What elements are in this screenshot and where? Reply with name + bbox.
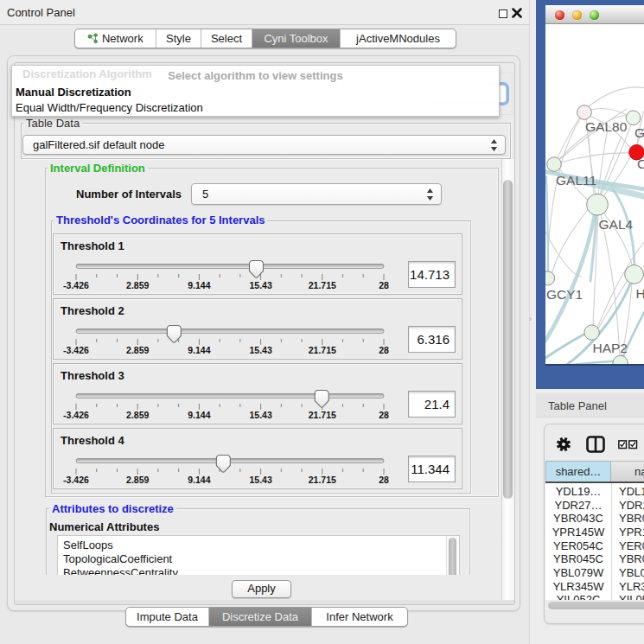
svg-text:9.144: 9.144: [188, 345, 210, 355]
svg-text:-3.426: -3.426: [63, 475, 89, 485]
svg-text:21.715: 21.715: [309, 345, 336, 355]
svg-text:15.43: 15.43: [249, 280, 271, 290]
svg-text:GCY1: GCY1: [546, 287, 583, 302]
svg-text:2.859: 2.859: [126, 280, 149, 290]
svg-text:28: 28: [379, 475, 389, 485]
svg-text:GA: GA: [634, 125, 644, 140]
svg-text:15.43: 15.43: [249, 475, 271, 485]
svg-text:-3.426: -3.426: [63, 410, 89, 420]
svg-text:15.43: 15.43: [249, 410, 271, 420]
svg-text:GAL11: GAL11: [556, 173, 596, 188]
svg-text:2.859: 2.859: [126, 410, 149, 420]
svg-text:2.859: 2.859: [126, 345, 149, 355]
svg-text:-3.426: -3.426: [63, 345, 89, 355]
svg-text:21.715: 21.715: [309, 280, 336, 290]
svg-text:9.144: 9.144: [188, 475, 210, 485]
svg-text:28: 28: [379, 345, 389, 355]
svg-text:21.715: 21.715: [309, 475, 336, 485]
svg-text:21.715: 21.715: [309, 410, 336, 420]
svg-text:9.144: 9.144: [188, 410, 210, 420]
svg-text:28: 28: [379, 280, 389, 290]
svg-text:GAL80: GAL80: [585, 119, 628, 134]
svg-text:15.43: 15.43: [249, 345, 271, 355]
svg-text:-3.426: -3.426: [63, 280, 89, 290]
svg-text:HAP2: HAP2: [593, 341, 628, 355]
svg-text:28: 28: [379, 410, 389, 420]
svg-text:2.859: 2.859: [126, 475, 149, 485]
svg-text:C: C: [637, 156, 644, 171]
svg-text:H: H: [636, 286, 644, 301]
svg-text:GAL4: GAL4: [599, 217, 634, 232]
svg-text:9.144: 9.144: [188, 280, 210, 290]
